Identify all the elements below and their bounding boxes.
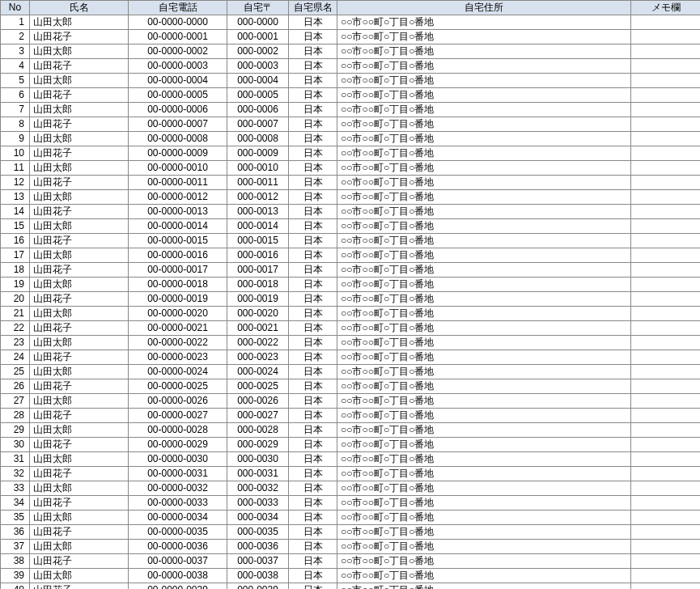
cell-phone: 00-0000-0017 bbox=[129, 263, 227, 278]
table-row: 30山田花子00-0000-0029000-0029日本○○市○○町○丁目○番地 bbox=[1, 438, 701, 452]
cell-zip: 000-0004 bbox=[227, 74, 289, 88]
cell-name: 山田太郎 bbox=[30, 161, 129, 176]
cell-phone: 00-0000-0008 bbox=[129, 132, 227, 146]
cell-phone: 00-0000-0012 bbox=[129, 190, 227, 205]
cell-name: 山田太郎 bbox=[30, 569, 129, 583]
cell-zip: 000-0008 bbox=[227, 132, 289, 146]
cell-pref: 日本 bbox=[289, 278, 337, 292]
cell-addr: ○○市○○町○丁目○番地 bbox=[337, 292, 631, 307]
cell-addr: ○○市○○町○丁目○番地 bbox=[337, 205, 631, 219]
cell-phone: 00-0000-0028 bbox=[129, 423, 227, 438]
col-header-zip: 自宅〒 bbox=[227, 1, 289, 15]
cell-pref: 日本 bbox=[289, 481, 337, 496]
table-row: 10山田花子00-0000-0009000-0009日本○○市○○町○丁目○番地 bbox=[1, 146, 701, 161]
cell-zip: 000-0005 bbox=[227, 88, 289, 103]
cell-no: 15 bbox=[1, 219, 30, 234]
cell-phone: 00-0000-0000 bbox=[129, 15, 227, 30]
col-header-no: No bbox=[1, 1, 30, 15]
cell-zip: 000-0002 bbox=[227, 44, 289, 59]
cell-pref: 日本 bbox=[289, 365, 337, 379]
col-header-memo: メモ欄 bbox=[631, 1, 701, 15]
cell-addr: ○○市○○町○丁目○番地 bbox=[337, 467, 631, 481]
cell-no: 3 bbox=[1, 44, 30, 59]
cell-name: 山田花子 bbox=[30, 117, 129, 132]
cell-memo bbox=[631, 540, 701, 554]
cell-zip: 000-0036 bbox=[227, 540, 289, 554]
cell-zip: 000-0025 bbox=[227, 379, 289, 394]
table-row: 35山田太郎00-0000-0034000-0034日本○○市○○町○丁目○番地 bbox=[1, 511, 701, 525]
cell-addr: ○○市○○町○丁目○番地 bbox=[337, 409, 631, 423]
cell-memo bbox=[631, 132, 701, 146]
cell-zip: 000-0037 bbox=[227, 554, 289, 569]
table-row: 24山田花子00-0000-0023000-0023日本○○市○○町○丁目○番地 bbox=[1, 350, 701, 365]
cell-no: 25 bbox=[1, 365, 30, 379]
cell-memo bbox=[631, 74, 701, 88]
cell-memo bbox=[631, 263, 701, 278]
cell-addr: ○○市○○町○丁目○番地 bbox=[337, 234, 631, 248]
cell-no: 28 bbox=[1, 409, 30, 423]
cell-memo bbox=[631, 394, 701, 409]
cell-no: 4 bbox=[1, 59, 30, 74]
cell-no: 40 bbox=[1, 583, 30, 590]
table-row: 29山田太郎00-0000-0028000-0028日本○○市○○町○丁目○番地 bbox=[1, 423, 701, 438]
cell-phone: 00-0000-0030 bbox=[129, 452, 227, 467]
cell-addr: ○○市○○町○丁目○番地 bbox=[337, 161, 631, 176]
cell-name: 山田太郎 bbox=[30, 44, 129, 59]
cell-pref: 日本 bbox=[289, 409, 337, 423]
cell-memo bbox=[631, 321, 701, 336]
cell-zip: 000-0039 bbox=[227, 583, 289, 590]
cell-name: 山田花子 bbox=[30, 292, 129, 307]
cell-no: 11 bbox=[1, 161, 30, 176]
table-row: 40山田花子00-0000-0039000-0039日本○○市○○町○丁目○番地 bbox=[1, 583, 701, 590]
cell-name: 山田太郎 bbox=[30, 307, 129, 321]
cell-memo bbox=[631, 583, 701, 590]
cell-memo bbox=[631, 481, 701, 496]
cell-addr: ○○市○○町○丁目○番地 bbox=[337, 190, 631, 205]
cell-memo bbox=[631, 467, 701, 481]
cell-addr: ○○市○○町○丁目○番地 bbox=[337, 88, 631, 103]
cell-memo bbox=[631, 44, 701, 59]
cell-phone: 00-0000-0013 bbox=[129, 205, 227, 219]
cell-name: 山田花子 bbox=[30, 467, 129, 481]
cell-no: 16 bbox=[1, 234, 30, 248]
cell-phone: 00-0000-0003 bbox=[129, 59, 227, 74]
cell-zip: 000-0038 bbox=[227, 569, 289, 583]
cell-memo bbox=[631, 103, 701, 117]
table-body: 1山田太郎00-0000-0000000-0000日本○○市○○町○丁目○番地2… bbox=[1, 15, 701, 590]
cell-addr: ○○市○○町○丁目○番地 bbox=[337, 321, 631, 336]
cell-phone: 00-0000-0023 bbox=[129, 350, 227, 365]
cell-name: 山田花子 bbox=[30, 554, 129, 569]
cell-memo bbox=[631, 219, 701, 234]
cell-zip: 000-0024 bbox=[227, 365, 289, 379]
cell-phone: 00-0000-0005 bbox=[129, 88, 227, 103]
cell-pref: 日本 bbox=[289, 103, 337, 117]
cell-addr: ○○市○○町○丁目○番地 bbox=[337, 336, 631, 350]
cell-name: 山田花子 bbox=[30, 525, 129, 540]
cell-addr: ○○市○○町○丁目○番地 bbox=[337, 540, 631, 554]
cell-phone: 00-0000-0020 bbox=[129, 307, 227, 321]
cell-memo bbox=[631, 307, 701, 321]
cell-memo bbox=[631, 248, 701, 263]
cell-zip: 000-0000 bbox=[227, 15, 289, 30]
cell-no: 31 bbox=[1, 452, 30, 467]
cell-pref: 日本 bbox=[289, 554, 337, 569]
cell-zip: 000-0006 bbox=[227, 103, 289, 117]
cell-phone: 00-0000-0027 bbox=[129, 409, 227, 423]
cell-pref: 日本 bbox=[289, 132, 337, 146]
cell-phone: 00-0000-0015 bbox=[129, 234, 227, 248]
cell-memo bbox=[631, 452, 701, 467]
table-row: 36山田花子00-0000-0035000-0035日本○○市○○町○丁目○番地 bbox=[1, 525, 701, 540]
cell-phone: 00-0000-0034 bbox=[129, 511, 227, 525]
col-header-phone: 自宅電話 bbox=[129, 1, 227, 15]
cell-zip: 000-0027 bbox=[227, 409, 289, 423]
table-row: 1山田太郎00-0000-0000000-0000日本○○市○○町○丁目○番地 bbox=[1, 15, 701, 30]
cell-name: 山田花子 bbox=[30, 59, 129, 74]
cell-pref: 日本 bbox=[289, 161, 337, 176]
cell-zip: 000-0035 bbox=[227, 525, 289, 540]
cell-zip: 000-0020 bbox=[227, 307, 289, 321]
cell-pref: 日本 bbox=[289, 30, 337, 44]
cell-addr: ○○市○○町○丁目○番地 bbox=[337, 452, 631, 467]
cell-addr: ○○市○○町○丁目○番地 bbox=[337, 263, 631, 278]
cell-pref: 日本 bbox=[289, 452, 337, 467]
cell-memo bbox=[631, 88, 701, 103]
